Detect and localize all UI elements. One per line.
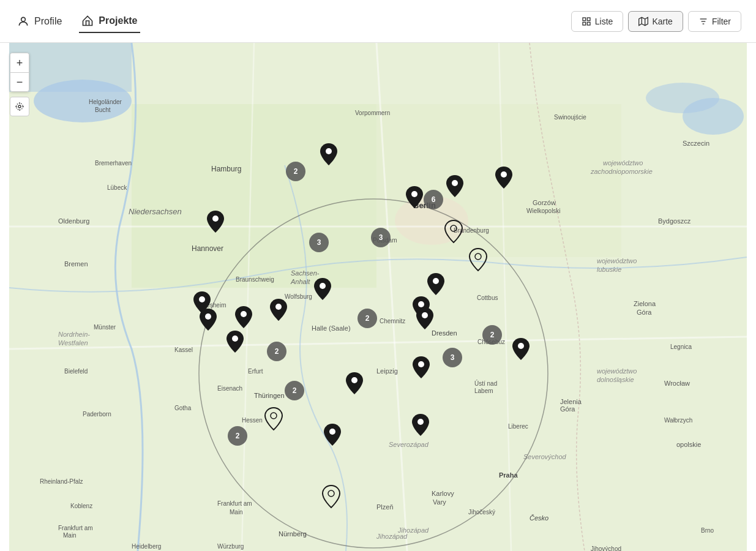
- svg-text:Frankfurt am: Frankfurt am: [58, 525, 93, 531]
- location-icon: [15, 102, 24, 111]
- svg-text:Severozápad: Severozápad: [389, 441, 429, 448]
- svg-rect-16: [132, 104, 376, 288]
- svg-text:Braunschweig: Braunschweig: [236, 276, 274, 283]
- svg-text:Gotha: Gotha: [174, 405, 192, 411]
- svg-text:Westfalen: Westfalen: [58, 339, 88, 347]
- svg-text:Wolfsburg: Wolfsburg: [285, 293, 312, 300]
- zoom-in-button[interactable]: +: [10, 53, 29, 72]
- svg-point-122: [518, 343, 524, 349]
- zoom-out-button[interactable]: −: [10, 72, 29, 92]
- map-background: Niedersachsen Nordrhein- Westfalen Sachs…: [0, 43, 756, 551]
- svg-text:Kassel: Kassel: [174, 347, 193, 353]
- svg-point-116: [205, 313, 211, 320]
- karte-label: Karte: [652, 17, 672, 26]
- svg-text:Eisenach: Eisenach: [217, 385, 242, 392]
- map-cluster-marker[interactable]: 6: [424, 190, 443, 209]
- svg-marker-5: [639, 17, 648, 25]
- svg-text:Nürnberg: Nürnberg: [279, 530, 307, 538]
- svg-text:Leipzig: Leipzig: [376, 367, 398, 375]
- map-icon: [638, 17, 648, 26]
- svg-text:województwo: województwo: [597, 257, 637, 264]
- svg-point-107: [501, 171, 507, 178]
- svg-text:Münster: Münster: [94, 324, 116, 331]
- svg-text:Lübeck: Lübeck: [107, 184, 127, 191]
- karte-button[interactable]: Karte: [628, 11, 683, 32]
- svg-rect-4: [587, 22, 590, 25]
- svg-text:Bydgoszcz: Bydgoszcz: [658, 217, 691, 225]
- map-cluster-marker[interactable]: 2: [482, 325, 502, 345]
- map-cluster-marker[interactable]: 2: [228, 426, 247, 446]
- svg-point-124: [351, 377, 357, 383]
- svg-text:6: 6: [432, 195, 436, 204]
- svg-text:opolskie: opolskie: [676, 441, 701, 448]
- svg-text:Heidelberg: Heidelberg: [132, 543, 161, 550]
- svg-text:2: 2: [236, 432, 240, 440]
- svg-text:Main: Main: [230, 509, 243, 515]
- svg-rect-1: [583, 18, 586, 21]
- map-cluster-marker[interactable]: 3: [371, 228, 391, 247]
- svg-text:Thüringen: Thüringen: [254, 392, 285, 399]
- svg-text:Vary: Vary: [433, 498, 446, 506]
- svg-text:Jihozápad: Jihozápad: [397, 527, 429, 534]
- svg-text:Nordrhein-: Nordrhein-: [58, 331, 90, 338]
- svg-text:Koblenz: Koblenz: [70, 503, 92, 509]
- svg-text:Würzburg: Würzburg: [217, 543, 244, 550]
- svg-text:Helgoländer: Helgoländer: [89, 99, 122, 105]
- svg-point-117: [241, 311, 247, 317]
- svg-text:Liberec: Liberec: [508, 423, 528, 430]
- filter-label: Filter: [712, 17, 731, 26]
- svg-text:Brno: Brno: [701, 527, 714, 534]
- map-cluster-marker[interactable]: 3: [309, 233, 329, 252]
- nav-profile[interactable]: Profile: [15, 10, 64, 32]
- svg-text:Labem: Labem: [474, 388, 493, 394]
- svg-text:Niedersachsen: Niedersachsen: [129, 207, 182, 216]
- svg-text:Wałbrzych: Wałbrzych: [664, 417, 692, 424]
- svg-text:Bremen: Bremen: [64, 260, 88, 268]
- map-cluster-marker[interactable]: 2: [267, 342, 286, 361]
- svg-text:Rheinland-Pfalz: Rheinland-Pfalz: [40, 478, 83, 485]
- nav-left: Profile Projekte: [15, 10, 140, 33]
- svg-text:Hannover: Hannover: [192, 244, 223, 253]
- map-container[interactable]: Niedersachsen Nordrhein- Westfalen Sachs…: [0, 43, 756, 551]
- projekte-label: Projekte: [99, 15, 137, 26]
- svg-text:województwo: województwo: [603, 159, 643, 167]
- svg-rect-2: [587, 18, 590, 21]
- location-button[interactable]: [10, 97, 29, 116]
- svg-text:Anhalt: Anhalt: [290, 278, 310, 285]
- svg-text:Jelenia: Jelenia: [560, 398, 582, 405]
- svg-text:Wielkopolski: Wielkopolski: [526, 208, 561, 214]
- map-controls: + −: [10, 53, 29, 116]
- nav-projekte[interactable]: Projekte: [79, 10, 140, 33]
- svg-text:3: 3: [379, 233, 383, 242]
- map-cluster-marker[interactable]: 3: [443, 348, 462, 367]
- svg-text:Dresden: Dresden: [432, 329, 457, 337]
- svg-text:Bremerhaven: Bremerhaven: [95, 160, 132, 167]
- svg-text:dolnośląskie: dolnośląskie: [597, 376, 634, 383]
- svg-text:Bucht: Bucht: [95, 107, 111, 113]
- svg-text:Karlovy: Karlovy: [432, 490, 454, 497]
- svg-text:Severovýchod: Severovýchod: [523, 453, 567, 460]
- svg-text:Plzeň: Plzeň: [376, 503, 394, 511]
- svg-point-119: [418, 301, 424, 307]
- svg-rect-3: [583, 22, 586, 25]
- map-cluster-marker[interactable]: 2: [285, 381, 304, 400]
- svg-point-115: [199, 296, 205, 302]
- map-cluster-marker[interactable]: 2: [286, 162, 305, 181]
- svg-text:Legnica: Legnica: [670, 343, 692, 350]
- svg-point-15: [646, 83, 719, 113]
- map-cluster-marker[interactable]: 2: [357, 309, 377, 328]
- filter-icon: [698, 17, 708, 26]
- liste-button[interactable]: Liste: [571, 11, 624, 32]
- home-icon: [81, 15, 94, 27]
- svg-text:Zielona: Zielona: [634, 300, 656, 307]
- svg-text:Gorzów: Gorzów: [533, 199, 556, 206]
- svg-text:Halle (Saale): Halle (Saale): [312, 324, 351, 332]
- svg-point-149: [18, 105, 21, 108]
- filter-button[interactable]: Filter: [688, 11, 741, 32]
- svg-point-150: [17, 103, 23, 110]
- svg-text:2: 2: [294, 167, 298, 176]
- svg-text:województwo: województwo: [597, 367, 637, 375]
- svg-point-106: [326, 148, 332, 154]
- svg-text:Paderborn: Paderborn: [83, 411, 111, 418]
- svg-text:Frankfurt am: Frankfurt am: [217, 500, 252, 507]
